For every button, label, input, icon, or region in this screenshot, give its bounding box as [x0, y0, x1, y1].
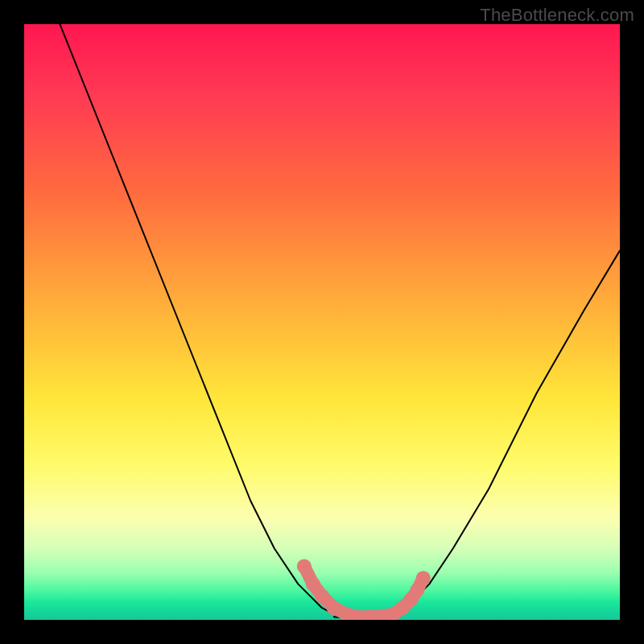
- watermark-text: TheBottleneck.com: [480, 5, 634, 26]
- marker-dot: [306, 577, 320, 592]
- marker-group: [297, 559, 431, 620]
- marker-dot: [297, 559, 312, 573]
- series-right-curve: [382, 250, 620, 620]
- plot-area: [24, 24, 620, 620]
- chart-frame: TheBottleneck.com: [0, 0, 644, 644]
- marker-dot: [416, 571, 431, 585]
- marker-dot: [315, 588, 329, 603]
- curve-group: [60, 24, 620, 620]
- series-left-curve: [60, 24, 357, 620]
- chart-svg: [24, 24, 620, 620]
